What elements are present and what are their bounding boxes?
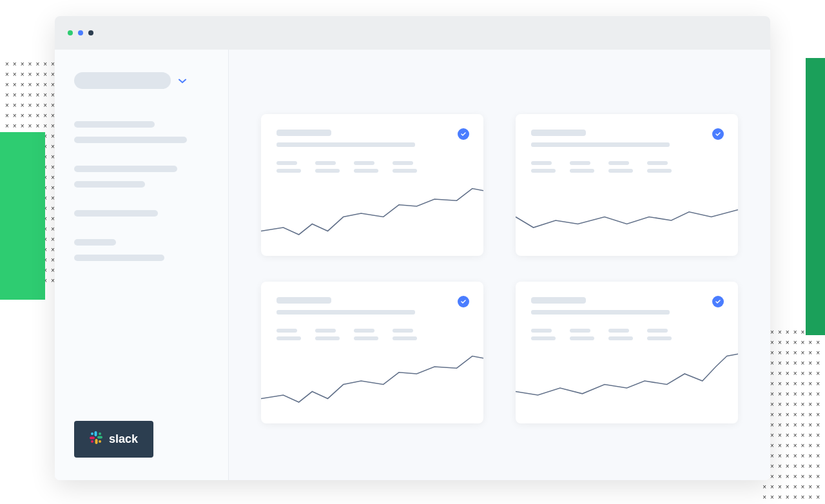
svg-point-4 — [91, 432, 93, 435]
check-badge-icon — [458, 296, 469, 307]
metric-card[interactable] — [516, 282, 738, 423]
stat-label-placeholder — [531, 329, 552, 333]
sidebar-item[interactable] — [74, 239, 116, 246]
metric-card[interactable] — [516, 114, 738, 256]
stat-label-placeholder — [393, 329, 413, 333]
card-subtitle-placeholder — [531, 142, 670, 147]
stat-item — [608, 329, 633, 340]
stat-value-placeholder — [277, 169, 301, 173]
card-header — [516, 130, 738, 173]
sidebar-item[interactable] — [74, 166, 177, 172]
metric-card[interactable] — [261, 114, 483, 256]
traffic-light-close-icon[interactable] — [68, 30, 73, 35]
stat-label-placeholder — [570, 329, 590, 333]
slack-button-label: slack — [109, 432, 138, 446]
decoration-green-block — [0, 132, 45, 300]
traffic-light-maximize-icon[interactable] — [88, 30, 93, 35]
card-stats — [277, 161, 468, 173]
stat-item — [608, 161, 633, 173]
sidebar-item[interactable] — [74, 255, 164, 261]
stat-item — [354, 161, 378, 173]
card-stats — [531, 161, 723, 173]
stat-item — [393, 329, 417, 340]
card-title-placeholder — [277, 130, 331, 136]
card-title-placeholder — [277, 297, 331, 304]
sidebar: slack — [55, 50, 229, 480]
browser-window: slack — [55, 16, 770, 480]
slack-integration-button[interactable]: slack — [74, 421, 153, 458]
stat-label-placeholder — [277, 329, 297, 333]
stat-item — [354, 329, 378, 340]
decoration-pattern-x-bottomright: ××××××××××××××××××××××××××××××××××××××××… — [762, 329, 820, 501]
sidebar-item[interactable] — [74, 210, 158, 217]
nav-group — [74, 121, 209, 143]
sidebar-item[interactable] — [74, 181, 145, 188]
card-sparkline — [261, 353, 483, 423]
stat-value-placeholder — [277, 336, 301, 340]
card-subtitle-placeholder — [277, 310, 415, 315]
stat-value-placeholder — [315, 336, 340, 340]
stat-value-placeholder — [570, 169, 594, 173]
svg-point-7 — [91, 440, 93, 443]
card-stats — [277, 329, 468, 340]
stat-value-placeholder — [354, 169, 378, 173]
stat-value-placeholder — [393, 336, 417, 340]
card-stats — [531, 329, 723, 340]
svg-point-6 — [99, 440, 101, 443]
sidebar-item[interactable] — [74, 137, 187, 143]
stat-label-placeholder — [354, 329, 374, 333]
card-header — [516, 297, 738, 340]
check-badge-icon — [712, 128, 724, 140]
stat-label-placeholder — [354, 161, 374, 165]
stat-value-placeholder — [570, 336, 594, 340]
nav-group — [74, 166, 209, 188]
sidebar-item[interactable] — [74, 121, 155, 128]
metric-card[interactable] — [261, 282, 483, 423]
stat-value-placeholder — [354, 336, 378, 340]
stat-item — [531, 329, 556, 340]
nav-group — [74, 210, 209, 217]
card-header — [261, 130, 483, 173]
main-content — [229, 50, 770, 480]
stat-item — [531, 161, 556, 173]
card-sparkline — [516, 353, 738, 423]
stat-item — [393, 161, 417, 173]
card-subtitle-placeholder — [531, 310, 670, 315]
window-titlebar — [55, 16, 770, 50]
slack-icon — [90, 431, 102, 447]
svg-rect-2 — [95, 439, 98, 444]
stat-label-placeholder — [393, 161, 413, 165]
stat-item — [277, 161, 301, 173]
card-grid — [261, 114, 738, 423]
svg-rect-3 — [90, 437, 95, 440]
card-sparkline — [261, 185, 483, 256]
check-badge-icon — [712, 296, 724, 307]
sidebar-selector[interactable] — [74, 72, 209, 89]
stat-label-placeholder — [647, 329, 668, 333]
stat-item — [570, 329, 594, 340]
stat-item — [570, 161, 594, 173]
stat-label-placeholder — [608, 161, 629, 165]
card-title-placeholder — [531, 130, 586, 136]
card-header — [261, 297, 483, 340]
stat-value-placeholder — [531, 169, 556, 173]
stat-label-placeholder — [647, 161, 668, 165]
stat-value-placeholder — [608, 169, 633, 173]
stat-item — [647, 161, 672, 173]
stat-value-placeholder — [647, 169, 672, 173]
decoration-green-stripe — [806, 58, 825, 335]
stat-value-placeholder — [608, 336, 633, 340]
stat-item — [647, 329, 672, 340]
chevron-down-icon — [179, 75, 186, 86]
selector-label-placeholder — [74, 72, 171, 89]
stat-value-placeholder — [393, 169, 417, 173]
svg-rect-1 — [97, 436, 102, 439]
card-title-placeholder — [531, 297, 586, 304]
nav-group — [74, 239, 209, 261]
stat-value-placeholder — [315, 169, 340, 173]
svg-rect-0 — [95, 431, 97, 436]
stat-label-placeholder — [315, 161, 336, 165]
traffic-light-minimize-icon[interactable] — [78, 30, 83, 35]
app-content: slack — [55, 50, 770, 480]
stat-label-placeholder — [608, 329, 629, 333]
